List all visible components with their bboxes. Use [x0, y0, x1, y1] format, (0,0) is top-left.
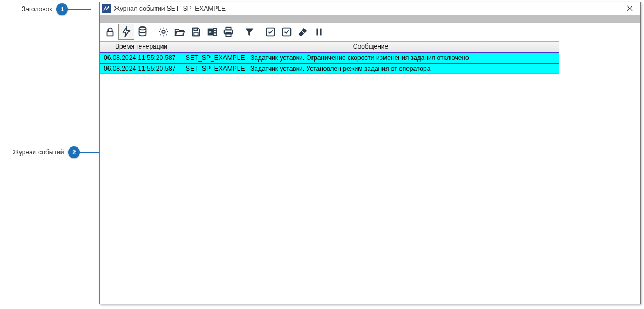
cell-time: 06.08.2024 11:55:20.587	[100, 52, 182, 63]
svg-rect-11	[214, 31, 217, 33]
table-row[interactable]: 06.08.2024 11:55:20.587SET_SP_EXAMPLE - …	[100, 63, 559, 74]
lock-button[interactable]	[102, 24, 118, 40]
toolbar-separator	[239, 25, 239, 38]
pause-icon	[313, 26, 325, 38]
sub-titlebar	[100, 15, 640, 23]
eraser-icon	[297, 26, 309, 38]
svg-rect-18	[283, 28, 291, 36]
print-button[interactable]	[220, 24, 236, 40]
svg-point-5	[162, 30, 165, 33]
event-log-window: Журнал событий SET_SP_EXAMPLE X	[99, 2, 641, 304]
close-icon	[627, 5, 633, 11]
svg-rect-10	[214, 28, 217, 30]
col-header-time[interactable]: Время генерации	[100, 42, 182, 52]
toolbar: X	[100, 23, 640, 41]
svg-rect-19	[316, 28, 318, 35]
svg-rect-12	[214, 33, 217, 35]
callout-1-badge: 1	[56, 3, 68, 15]
svg-rect-7	[194, 32, 198, 35]
callout-1: Заголовок 1	[22, 3, 91, 15]
callout-1-label: Заголовок	[22, 5, 52, 13]
excel-icon: X	[206, 26, 218, 38]
filter-icon	[243, 26, 255, 38]
toolbar-separator	[153, 25, 153, 38]
toolbar-separator	[260, 25, 260, 38]
filter-button[interactable]	[241, 24, 257, 40]
svg-text:X: X	[209, 29, 212, 34]
cell-message: SET_SP_EXAMPLE - Задатчик уставки. Устан…	[182, 63, 559, 74]
svg-point-4	[139, 26, 146, 30]
settings-button[interactable]	[155, 24, 172, 40]
svg-marker-3	[123, 26, 130, 36]
gear-icon	[158, 26, 170, 38]
event-table: Время генерации Сообщение 06.08.2024 11:…	[100, 41, 559, 74]
print-icon	[222, 26, 234, 38]
svg-rect-6	[194, 28, 197, 30]
window-title: Журнал событий SET_SP_EXAMPLE	[114, 5, 622, 12]
check-square-icon	[265, 26, 276, 38]
open-button[interactable]	[172, 24, 188, 40]
save-icon	[190, 26, 202, 38]
callout-2-badge: 2	[68, 146, 80, 158]
svg-marker-16	[246, 28, 254, 36]
realtime-button[interactable]	[118, 24, 134, 40]
callout-2-label: Журнал событий	[13, 149, 64, 156]
event-table-wrap[interactable]: Время генерации Сообщение 06.08.2024 11:…	[100, 41, 640, 304]
database-icon	[137, 26, 148, 38]
callout-2: Журнал событий 2	[13, 146, 103, 158]
cell-time: 06.08.2024 11:55:20.587	[100, 63, 182, 74]
lock-icon	[104, 26, 116, 38]
export-excel-button[interactable]: X	[204, 24, 220, 40]
app-icon	[102, 4, 111, 13]
ack-one-button[interactable]	[262, 24, 279, 40]
close-button[interactable]	[622, 3, 637, 14]
erase-button[interactable]	[295, 24, 311, 40]
folder-open-icon	[174, 26, 186, 38]
svg-rect-2	[107, 31, 113, 36]
table-header-row: Время генерации Сообщение	[100, 42, 559, 52]
callout-1-connector	[68, 9, 91, 10]
pause-button[interactable]	[311, 24, 327, 40]
titlebar: Журнал событий SET_SP_EXAMPLE	[100, 2, 640, 15]
col-header-message[interactable]: Сообщение	[182, 42, 559, 52]
save-button[interactable]	[188, 24, 204, 40]
svg-rect-17	[267, 28, 275, 36]
database-button[interactable]	[134, 24, 151, 40]
check-square-icon	[281, 26, 293, 38]
table-row[interactable]: 06.08.2024 11:55:20.587SET_SP_EXAMPLE - …	[100, 52, 559, 63]
svg-rect-20	[320, 28, 321, 35]
ack-all-button[interactable]	[279, 24, 295, 40]
cell-message: SET_SP_EXAMPLE - Задатчик уставки. Огран…	[182, 52, 559, 63]
bolt-icon	[120, 26, 132, 38]
